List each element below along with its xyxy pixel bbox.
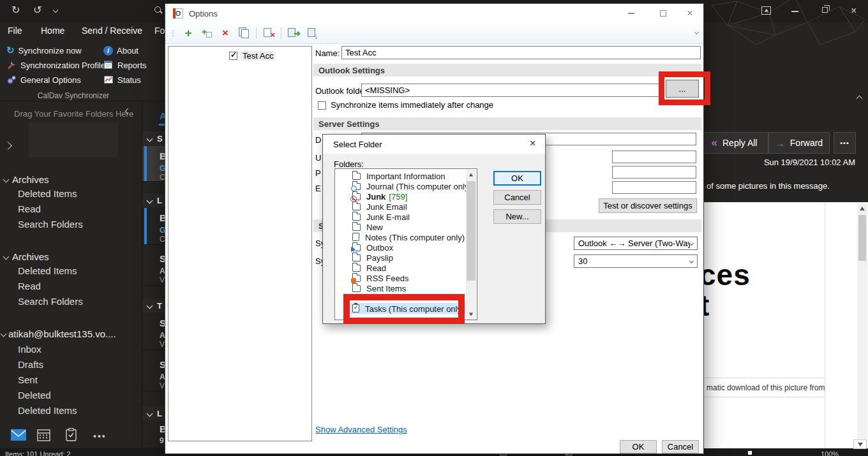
profiles-tree[interactable]: Test Acc xyxy=(168,46,312,441)
zoom-level[interactable]: 100% xyxy=(821,450,839,456)
ribbon-about[interactable]: i About xyxy=(103,44,138,57)
zoom-slider-handle[interactable] xyxy=(748,451,752,455)
profile-checkbox[interactable] xyxy=(229,52,237,60)
message-group-header[interactable]: L xyxy=(142,406,166,420)
folder-row[interactable]: Junk E-mail xyxy=(336,212,410,222)
folder-item-search-folders[interactable]: Search Folders xyxy=(18,296,83,307)
ribbon-synchronize-now[interactable]: ↻ Synchronize now xyxy=(6,44,82,57)
close-button[interactable]: × xyxy=(851,5,857,17)
tab-send-receive[interactable]: Send / Receive xyxy=(82,26,142,36)
more-nav-icon[interactable]: ••• xyxy=(93,431,107,441)
folder-item-read[interactable]: Read xyxy=(18,281,41,291)
name-input[interactable]: Test Acc xyxy=(341,46,701,59)
message-group-header[interactable]: S xyxy=(142,131,166,145)
tab-folder[interactable]: Fo xyxy=(154,26,165,36)
calendar-nav-icon[interactable] xyxy=(37,429,50,441)
select-folder-cancel-button[interactable]: Cancel xyxy=(493,190,541,205)
folder-item-deleted[interactable]: Deleted xyxy=(18,390,51,401)
show-advanced-settings-link[interactable]: Show Advanced Settings xyxy=(315,425,407,434)
message-row[interactable]: B9 xyxy=(142,421,166,448)
profile-tree-item[interactable]: Test Acc xyxy=(241,51,275,61)
select-folder-new-button[interactable]: New... xyxy=(493,209,541,224)
dialog-close-button[interactable]: × xyxy=(679,5,701,22)
expand-rail-icon[interactable] xyxy=(4,142,12,150)
mail-nav-icon[interactable] xyxy=(10,429,27,441)
folder-list-scrollbar[interactable] xyxy=(466,170,476,320)
ribbon-status[interactable]: Status xyxy=(103,73,141,86)
add-profile-button[interactable]: + xyxy=(182,27,195,40)
test-discover-button[interactable]: Test or discover settings xyxy=(599,198,697,213)
folder-row[interactable]: Read xyxy=(336,263,386,273)
forward-button[interactable]: → Forward xyxy=(768,132,830,154)
dialog-minimize-button[interactable] xyxy=(620,5,642,22)
more-actions-button[interactable]: ••• xyxy=(834,132,856,154)
folder-item-deleted-items[interactable]: Deleted Items xyxy=(18,405,77,416)
message-row[interactable]: SAV xyxy=(142,313,166,350)
folder-item-sent[interactable]: Sent xyxy=(18,374,38,385)
favorites-drop-zone[interactable] xyxy=(29,122,118,157)
select-folder-ok-button[interactable]: OK xyxy=(493,171,541,186)
folder-row[interactable]: Sent Items xyxy=(336,283,406,293)
undo-icon[interactable]: ↺ xyxy=(33,5,41,15)
username-input[interactable] xyxy=(612,151,696,163)
add-multiple-button[interactable]: + xyxy=(200,27,213,40)
scroll-up-icon[interactable] xyxy=(860,207,865,210)
options-cancel-button[interactable]: Cancel xyxy=(662,440,699,453)
reply-all-button[interactable]: « Reply All xyxy=(700,132,768,154)
message-row[interactable]: BGC xyxy=(142,146,166,182)
scroll-down-button[interactable] xyxy=(853,439,867,449)
dialog-close-button[interactable]: × xyxy=(530,138,535,149)
folder-item-deleted-items[interactable]: Deleted Items xyxy=(18,188,77,199)
folder-group-archives-1[interactable]: Archives xyxy=(4,173,49,186)
minimize-button[interactable] xyxy=(791,11,798,12)
folder-row[interactable]: Junk[759] xyxy=(336,191,407,202)
folder-item-drafts[interactable]: Drafts xyxy=(18,359,43,370)
ribbon-display-options-icon[interactable] xyxy=(761,6,771,15)
sync-mode-dropdown[interactable]: Outlook ←→ Server (Two-Way) xyxy=(574,237,698,250)
message-group-header[interactable]: T xyxy=(142,298,166,313)
folder-row[interactable]: Notes (This computer only) xyxy=(336,232,465,242)
outlook-folder-input[interactable]: <MISSING> xyxy=(361,84,660,97)
ribbon-synchronization-profiles[interactable]: Synchronization Profiles xyxy=(6,59,109,71)
email-input[interactable] xyxy=(612,181,696,194)
clear-cache-button[interactable]: × xyxy=(262,27,275,40)
folder-row[interactable]: Important Information xyxy=(336,171,445,181)
folder-row[interactable]: Junk Email xyxy=(336,202,407,212)
reading-pane-scrollbar[interactable] xyxy=(857,203,867,448)
message-row[interactable]: SAV xyxy=(142,355,166,392)
options-ok-button[interactable]: OK xyxy=(620,440,657,453)
folder-row[interactable]: New xyxy=(336,222,383,232)
password-input[interactable] xyxy=(612,166,696,179)
export-profiles-button[interactable]: ➜ xyxy=(287,27,300,40)
folder-item-read[interactable]: Read xyxy=(18,203,41,214)
message-row[interactable]: SAV xyxy=(142,249,166,286)
send-receive-icon[interactable]: ↻ xyxy=(11,5,20,15)
folder-row[interactable]: Payslip xyxy=(336,253,393,263)
collapse-ribbon-icon[interactable] xyxy=(857,96,863,102)
message-group-header[interactable]: L xyxy=(142,193,166,207)
folder-group-account[interactable]: atikah@bulktest135.vo.... xyxy=(1,327,116,340)
tab-file[interactable]: File xyxy=(8,26,22,36)
sync-immediately-checkbox[interactable] xyxy=(318,101,326,110)
select-folder-titlebar[interactable]: Select Folder × xyxy=(323,135,545,154)
restore-button[interactable] xyxy=(822,7,828,13)
ribbon-reports[interactable]: Reports xyxy=(103,59,147,71)
dialog-maximize-button[interactable] xyxy=(652,5,674,22)
folder-item-inbox[interactable]: Inbox xyxy=(18,344,41,355)
toolbar-overflow-icon[interactable] xyxy=(694,30,699,34)
folder-row[interactable]: Journal (This computer only) xyxy=(336,181,472,191)
folder-item-deleted-items[interactable]: Deleted Items xyxy=(18,265,77,276)
options-dialog-titlebar[interactable]: O Options × xyxy=(165,4,703,23)
folder-group-archives-2[interactable]: Archives xyxy=(4,250,49,263)
message-row[interactable]: BGC xyxy=(142,208,166,245)
scroll-down-button[interactable] xyxy=(466,309,476,320)
folder-row[interactable]: RSS Feeds xyxy=(336,273,408,283)
import-profiles-button[interactable]: ↓ xyxy=(306,27,318,40)
scrollbar-thumb[interactable] xyxy=(467,181,475,281)
folder-item-search-folders[interactable]: Search Folders xyxy=(18,219,83,230)
sync-interval-dropdown[interactable]: 30 xyxy=(574,254,698,268)
copy-profile-button[interactable] xyxy=(237,27,250,40)
tasks-nav-icon[interactable] xyxy=(66,428,77,441)
folder-row[interactable]: Outbox xyxy=(336,242,393,253)
delete-profile-button[interactable]: × xyxy=(219,27,232,40)
